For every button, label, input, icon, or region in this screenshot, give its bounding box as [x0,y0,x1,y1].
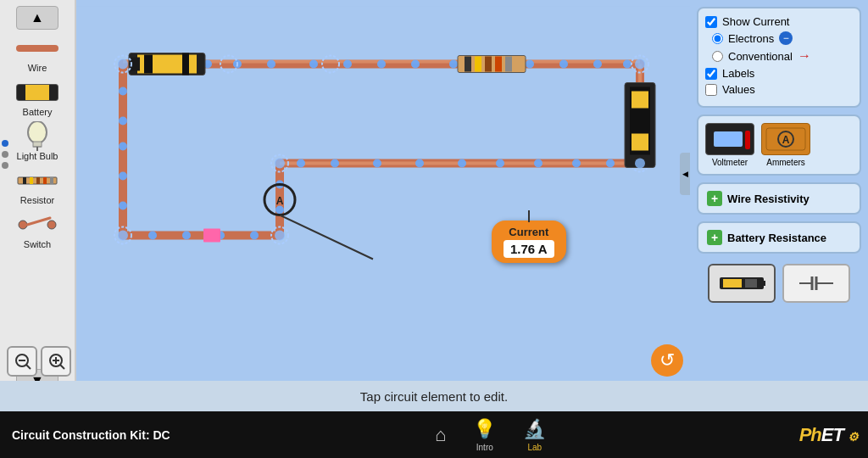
dot-3 [2,162,8,169]
capacitor-sel-icon [791,272,842,294]
voltmeter-screen [714,131,743,147]
show-current-box: Show Current Electrons − Conventional → … [697,7,861,108]
svg-rect-83 [495,57,502,72]
phet-et: ET [821,424,843,445]
svg-point-0 [28,121,47,143]
battery-label: Battery [23,107,53,117]
svg-point-31 [411,60,420,69]
bottom-bar: Circuit Construction Kit: DC ⌂ 💡 Intro 🔬… [0,411,868,458]
ammeter-tool[interactable]: A Ammeters [761,123,810,167]
reload-icon: ↺ [659,349,675,371]
labels-checkbox[interactable] [705,68,717,80]
show-current-label: Show Current [722,15,789,28]
voltmeter-probe-icon [745,131,750,149]
electrons-label: Electrons [728,32,774,45]
resistor-icon-container [12,168,63,193]
current-readout[interactable]: Current 1.76 A [492,221,566,263]
app-title: Circuit Construction Kit: DC [0,428,182,442]
svg-rect-77 [632,92,648,109]
svg-rect-78 [632,134,648,151]
lightbulb-nav-icon: 💡 [473,418,496,440]
labels-label: Labels [722,67,754,80]
svg-rect-64 [182,53,189,75]
wire-resistivity-expand-btn[interactable]: + [707,191,722,206]
switch-label: Switch [24,239,51,249]
svg-rect-81 [475,57,481,72]
bulb-icon-container [12,124,63,149]
battery-selector [697,264,861,303]
show-current-row: Show Current [705,15,853,28]
voltmeter-label: Voltmeter [712,158,748,167]
dot-1 [2,140,8,147]
svg-point-29 [343,60,352,69]
tools-box: Voltmeter A Ammeters [697,114,861,176]
svg-rect-88 [203,229,220,243]
wire-resistivity-row[interactable]: + Wire Resistivity [697,182,861,215]
sidebar-item-switch[interactable]: Switch [12,212,63,249]
capacitor-select-btn[interactable] [782,264,850,303]
battery-select-btn[interactable] [708,264,776,303]
labels-row: Labels [705,67,853,80]
svg-line-112 [60,365,64,369]
zoom-in-btn[interactable] [41,346,71,377]
conventional-radio[interactable] [712,51,723,62]
circuit-canvas-area[interactable]: A Current 1.76 A [76,0,698,411]
svg-point-90 [635,59,645,70]
right-panel: Show Current Electrons − Conventional → … [690,0,868,399]
conventional-arrow-icon: → [798,48,811,64]
status-message: Tap circuit element to edit. [360,389,508,404]
svg-rect-84 [505,57,512,72]
switch-icon [16,215,58,234]
svg-point-47 [373,159,381,168]
svg-rect-101 [760,281,765,286]
battery-resistance-expand-btn[interactable]: + [707,230,722,245]
svg-rect-100 [745,279,757,288]
sidebar-item-battery[interactable]: Battery [12,80,63,117]
sidebar-scroll-up[interactable]: ▲ [16,6,58,30]
svg-rect-1 [33,142,42,147]
svg-rect-6 [30,177,33,184]
zoom-in-icon [47,352,65,371]
nav-lab[interactable]: 🔬 Lab [509,415,559,455]
sidebar-item-lightbulb[interactable]: Light Bulb [12,124,63,161]
values-label: Values [722,83,755,96]
collapse-icon: ◀ [682,170,688,178]
svg-rect-80 [465,57,471,72]
show-current-checkbox[interactable] [705,16,717,28]
dot-2 [2,151,8,158]
circuit-svg: A [76,0,698,411]
reload-btn[interactable]: ↺ [651,344,683,377]
ammeter-icon: A [765,126,807,152]
svg-point-30 [377,60,386,69]
svg-rect-82 [485,57,492,72]
sidebar-item-wire[interactable]: Wire [12,36,63,73]
svg-point-43 [534,159,542,168]
svg-rect-7 [36,177,40,184]
zoom-buttons [7,346,71,377]
values-checkbox[interactable] [705,84,717,96]
svg-point-44 [496,159,504,168]
phet-logo: PhET ⚙ [799,424,858,446]
nav-intro[interactable]: 💡 Intro [459,415,509,455]
svg-point-56 [182,232,191,240]
zoom-out-btn[interactable] [7,346,37,377]
svg-point-42 [572,159,581,168]
electron-neg-icon: − [779,31,793,45]
nav-home[interactable]: ⌂ [421,421,459,450]
voltmeter-tool[interactable]: Voltmeter [705,123,754,167]
electrons-radio[interactable] [712,33,723,44]
svg-point-28 [309,60,318,69]
svg-point-94 [275,231,285,241]
svg-point-54 [119,202,127,210]
svg-rect-9 [50,177,53,184]
battery-resistance-row[interactable]: + Battery Resistance [697,221,861,254]
svg-point-27 [267,60,275,69]
ammeter-img: A [761,123,810,155]
lightbulb-label: Light Bulb [17,151,58,161]
nav-items: ⌂ 💡 Intro 🔬 Lab [182,415,799,455]
sidebar-item-resistor[interactable]: Resistor [12,168,63,205]
wire-icon [16,45,58,52]
panel-collapse-tab[interactable]: ◀ [680,153,690,195]
svg-point-60 [275,206,284,215]
intro-nav-label: Intro [476,443,493,452]
